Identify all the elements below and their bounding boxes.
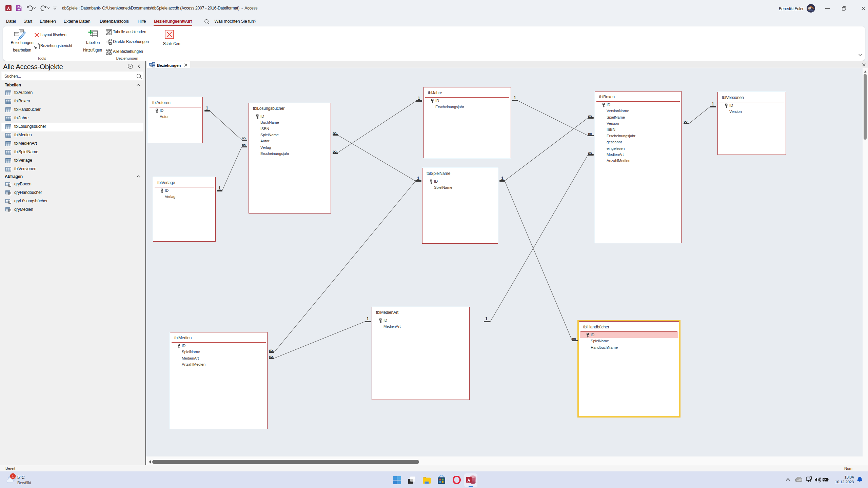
svg-text:1: 1 xyxy=(12,474,14,478)
